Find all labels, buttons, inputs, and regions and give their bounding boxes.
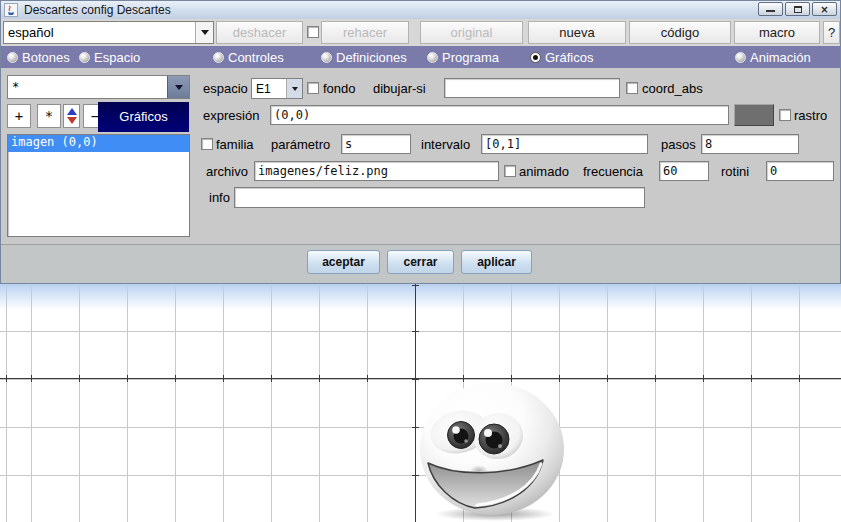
familia-checkbox[interactable] [201, 138, 213, 150]
original-button[interactable]: original [420, 21, 523, 44]
x-axis [0, 378, 841, 379]
archivo-input[interactable] [254, 161, 499, 181]
espacio-label: espacio [203, 81, 248, 96]
add-graphic-button[interactable]: + [7, 104, 31, 128]
pasos-label: pasos [661, 137, 696, 152]
radio-icon [79, 52, 90, 63]
coord-abs-checkbox[interactable] [626, 82, 638, 94]
radio-icon [321, 52, 332, 63]
accept-button[interactable]: aceptar [307, 250, 380, 274]
frecuencia-label: frecuencia [583, 164, 643, 179]
macro-button[interactable]: macro [734, 21, 820, 44]
parametro-label: parámetro [271, 137, 330, 152]
intervalo-label: intervalo [421, 137, 470, 152]
java-app-icon [4, 3, 18, 17]
rotini-label: rotini [721, 164, 749, 179]
section-tabs: Botones Espacio Controles Definiciones P… [1, 46, 840, 68]
rotini-input[interactable] [766, 161, 834, 181]
archivo-label: archivo [206, 164, 248, 179]
reorder-spinner[interactable] [63, 104, 80, 128]
new-button[interactable]: nueva [528, 21, 626, 44]
duplicate-graphic-button[interactable]: * [37, 104, 61, 128]
chevron-down-icon[interactable] [286, 79, 302, 98]
fondo-label: fondo [323, 81, 356, 96]
intervalo-input[interactable] [481, 134, 648, 154]
title-bar[interactable]: Descartes config Descartes × [1, 1, 840, 20]
undo-button[interactable]: deshacer [216, 21, 303, 44]
graphics-filter-select[interactable]: * [7, 75, 190, 99]
info-label: info [209, 190, 230, 205]
radio-icon [735, 52, 746, 63]
parametro-input[interactable] [341, 134, 411, 154]
fondo-checkbox[interactable] [307, 82, 319, 94]
tab-espacio[interactable]: Espacio [79, 46, 140, 68]
rastro-checkbox[interactable] [779, 109, 791, 121]
familia-label: familia [216, 137, 254, 152]
close-icon[interactable]: × [812, 2, 837, 16]
tab-animacion[interactable]: Animación [735, 46, 811, 68]
color-swatch[interactable] [734, 104, 774, 126]
background-gradient [0, 284, 841, 310]
tab-definiciones[interactable]: Definiciones [321, 46, 407, 68]
chevron-down-icon[interactable] [167, 76, 189, 98]
rastro-label: rastro [794, 108, 827, 123]
radio-icon [7, 52, 18, 63]
radio-icon [427, 52, 438, 63]
animado-label: animado [519, 164, 569, 179]
radio-selected-icon [530, 52, 541, 63]
frecuencia-input[interactable] [659, 161, 709, 181]
action-strip: aceptar cerrar aplicar [1, 244, 840, 283]
espacio-select[interactable]: E1 [251, 78, 303, 99]
move-down-icon[interactable] [67, 117, 77, 129]
chevron-down-icon[interactable] [195, 22, 213, 43]
tab-graficos[interactable]: Gráficos [530, 46, 593, 68]
filter-value: * [8, 80, 167, 94]
graphics-header: Gráficos [98, 102, 189, 132]
expresion-input[interactable] [270, 105, 729, 125]
info-input[interactable] [234, 187, 645, 208]
close-button[interactable]: cerrar [387, 250, 454, 274]
animado-checkbox[interactable] [504, 165, 516, 177]
undo-redo-checkbox[interactable] [307, 26, 319, 38]
help-button[interactable]: ? [823, 21, 840, 44]
descartes-config-app: Descartes config Descartes × español des… [0, 0, 841, 522]
graphics-list[interactable]: imagen (0,0) [7, 134, 190, 237]
maximize-icon[interactable] [785, 2, 810, 16]
list-item[interactable]: imagen (0,0) [8, 135, 189, 152]
language-select[interactable]: español [3, 21, 214, 44]
tab-controles[interactable]: Controles [213, 46, 284, 68]
minimize-icon[interactable] [758, 2, 783, 16]
expresion-label: expresión [203, 108, 259, 123]
tab-botones[interactable]: Botones [7, 46, 70, 68]
tab-programa[interactable]: Programa [427, 46, 499, 68]
graph-canvas [0, 284, 841, 522]
pasos-input[interactable] [701, 134, 799, 154]
radio-icon [213, 52, 224, 63]
apply-button[interactable]: aplicar [461, 250, 532, 274]
redo-button[interactable]: rehacer [321, 21, 409, 44]
toolbar: español deshacer rehacer original nueva … [1, 19, 840, 46]
espacio-value: E1 [252, 82, 286, 96]
move-up-icon[interactable] [67, 103, 77, 115]
dibujar-si-label: dibujar-si [373, 81, 426, 96]
code-button[interactable]: código [629, 21, 731, 44]
dibujar-si-input[interactable] [444, 78, 620, 98]
language-value: español [4, 25, 195, 40]
coord-abs-label: coord_abs [642, 81, 703, 96]
config-dialog: Descartes config Descartes × español des… [0, 0, 841, 284]
smiley-image [415, 380, 567, 522]
window-controls: × [758, 2, 837, 16]
window-title: Descartes config Descartes [24, 3, 171, 17]
